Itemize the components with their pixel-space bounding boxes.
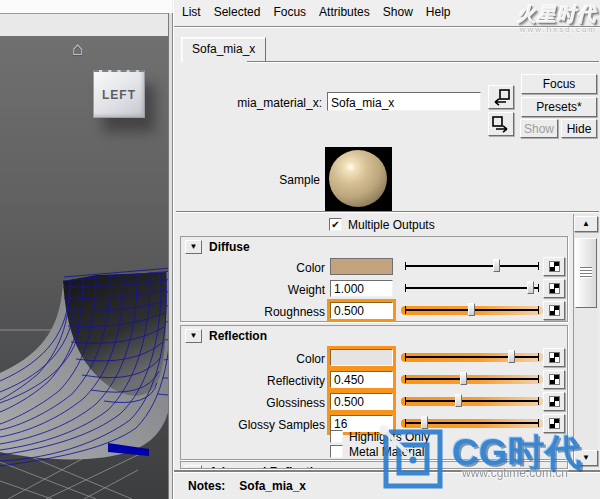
slider-handle[interactable] — [421, 416, 428, 429]
menu-help[interactable]: Help — [426, 5, 451, 19]
map-button[interactable] — [543, 348, 565, 367]
map-button[interactable] — [543, 301, 565, 320]
multiple-outputs-checkbox[interactable]: ✔ — [329, 218, 342, 231]
notes-bar: Notes:Sofa_mia_x — [174, 470, 600, 499]
section-title-diffuse: Diffuse — [209, 240, 250, 254]
menu-show[interactable]: Show — [383, 5, 413, 19]
metal-material-checkbox[interactable] — [330, 445, 343, 458]
texture-map-icon — [549, 352, 560, 363]
slider-handle[interactable] — [455, 394, 462, 407]
roughness-slider[interactable] — [405, 309, 539, 311]
row-label: Color — [191, 261, 325, 275]
map-button[interactable] — [543, 279, 565, 298]
material-sample-swatch[interactable] — [325, 147, 392, 211]
collapse-diffuse-button[interactable]: ▼ — [185, 240, 202, 254]
diffuse-color-slider[interactable] — [405, 265, 539, 267]
menu-list[interactable]: List — [182, 5, 201, 19]
section-advanced-reflection[interactable]: ▼ Advanced Reflection — [180, 461, 568, 469]
weight-slider[interactable] — [405, 287, 539, 289]
slider-handle[interactable] — [468, 303, 475, 316]
slider-handle[interactable] — [527, 281, 534, 294]
section-reflection: ▼ Reflection Color Reflectivity Glossine… — [180, 325, 568, 460]
row-label: Weight — [191, 283, 325, 297]
diffuse-color-swatch[interactable] — [330, 258, 393, 275]
focus-button[interactable]: Focus — [521, 74, 597, 94]
multiple-outputs-label: Multiple Outputs — [348, 218, 435, 232]
slider-handle[interactable] — [493, 259, 500, 272]
scrollbar-grip — [580, 267, 592, 278]
section-title-advanced: Advanced Reflection — [209, 465, 328, 469]
section-diffuse: ▼ Diffuse Color Weight Roughness — [180, 236, 568, 322]
texture-map-icon — [549, 261, 560, 272]
glossy-samples-slider[interactable] — [405, 422, 539, 424]
notes-value: Sofa_mia_x — [239, 479, 306, 493]
menu-bar: List Selected Focus Attributes Show Help — [174, 0, 600, 27]
view-cube-label: LEFT — [102, 88, 136, 102]
row-label: Color — [191, 352, 325, 366]
texture-map-icon — [549, 283, 560, 294]
texture-map-icon — [549, 305, 560, 316]
checkmark-icon: ✔ — [331, 219, 339, 230]
maya-window: ⌂ LEFT List Selected Focus Attributes Sh… — [0, 0, 600, 499]
glossiness-slider[interactable] — [405, 400, 539, 402]
hide-button[interactable]: Hide — [561, 119, 597, 138]
metal-material-label: Metal Material — [349, 445, 424, 459]
collapse-reflection-button[interactable]: ▼ — [185, 329, 202, 343]
map-button[interactable] — [543, 257, 565, 276]
arrow-into-box-icon — [491, 88, 511, 106]
collapse-advanced-button[interactable]: ▼ — [185, 465, 202, 469]
show-button[interactable]: Show — [520, 119, 558, 138]
presets-button[interactable]: Presets* — [521, 97, 597, 117]
tab-bar: Sofa_mia_x — [174, 28, 600, 64]
home-icon[interactable]: ⌂ — [72, 38, 83, 60]
reflectivity-slider[interactable] — [405, 378, 539, 380]
view-cube[interactable]: LEFT — [93, 70, 145, 118]
sample-sphere — [329, 150, 387, 207]
row-label: Glossy Samples — [191, 418, 325, 432]
slider-handle[interactable] — [460, 372, 467, 385]
reflection-color-slider[interactable] — [405, 356, 539, 358]
reflectivity-field[interactable] — [330, 371, 393, 388]
row-label: Glossiness — [191, 396, 325, 410]
tab-sofa-mia-x[interactable]: Sofa_mia_x — [181, 37, 266, 62]
texture-map-icon — [549, 374, 560, 385]
attribute-editor: List Selected Focus Attributes Show Help… — [173, 0, 600, 499]
node-type-label: mia_material_x: — [194, 96, 322, 110]
arrow-out-of-box-icon — [491, 115, 511, 133]
highlights-only-checkbox[interactable] — [330, 430, 343, 443]
slider-handle[interactable] — [508, 350, 515, 363]
reflection-color-swatch[interactable] — [330, 349, 393, 366]
scrollbar-thumb[interactable] — [575, 238, 597, 308]
sample-label: Sample — [252, 173, 320, 187]
map-button[interactable] — [543, 370, 565, 389]
scroll-up-button[interactable]: ▲ — [574, 216, 598, 232]
menu-focus[interactable]: Focus — [273, 5, 306, 19]
glossiness-field[interactable] — [330, 393, 393, 410]
row-diffuse-weight: Weight — [181, 279, 569, 301]
row-label: Reflectivity — [191, 374, 325, 388]
map-button[interactable] — [543, 392, 565, 411]
row-label: Roughness — [191, 305, 325, 319]
highlights-only-label: Highlights Only — [349, 430, 430, 444]
notes-label: Notes: — [188, 479, 225, 493]
copy-tab-button[interactable] — [488, 85, 514, 109]
row-reflectivity: Reflectivity — [181, 370, 569, 392]
map-button[interactable] — [543, 414, 565, 433]
row-glossiness: Glossiness — [181, 392, 569, 414]
scroll-down-button[interactable]: ▼ — [574, 450, 598, 466]
menu-selected[interactable]: Selected — [214, 5, 261, 19]
row-diffuse-color: Color — [181, 257, 569, 279]
texture-map-icon — [549, 418, 560, 429]
roughness-field[interactable] — [330, 302, 393, 319]
section-title-reflection: Reflection — [209, 329, 267, 343]
menu-attributes[interactable]: Attributes — [319, 5, 370, 19]
show-output-button[interactable] — [488, 112, 514, 136]
node-name-input[interactable] — [327, 92, 481, 111]
sofa-wireframe — [0, 0, 172, 499]
weight-field[interactable] — [330, 280, 393, 297]
texture-map-icon — [549, 396, 560, 407]
row-reflection-color: Color — [181, 348, 569, 370]
row-diffuse-roughness: Roughness — [181, 301, 569, 323]
